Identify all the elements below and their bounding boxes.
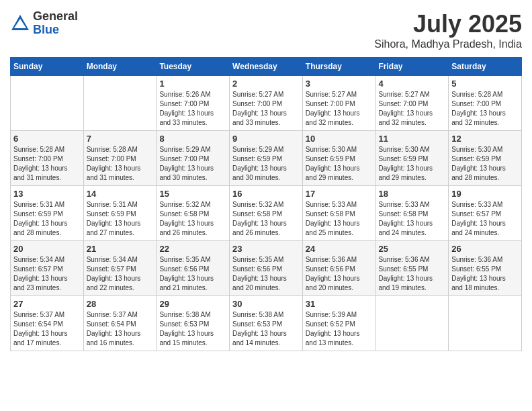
table-row: 5 Sunrise: 5:28 AMSunset: 7:00 PMDayligh…: [449, 76, 522, 131]
day-number: 24: [306, 244, 373, 254]
header-sunday: Sunday: [11, 58, 84, 76]
calendar-week-row: 1 Sunrise: 5:26 AMSunset: 7:00 PMDayligh…: [11, 76, 522, 131]
day-info: Sunrise: 5:35 AMSunset: 6:56 PMDaylight:…: [232, 255, 300, 293]
header-saturday: Saturday: [449, 58, 522, 76]
day-info: Sunrise: 5:39 AMSunset: 6:52 PMDaylight:…: [306, 310, 373, 348]
month-year-title: July 2025: [374, 10, 522, 38]
day-number: 5: [451, 79, 519, 89]
day-info: Sunrise: 5:31 AMSunset: 6:59 PMDaylight:…: [87, 200, 154, 238]
day-number: 8: [159, 134, 226, 144]
day-number: 13: [13, 189, 81, 199]
calendar-week-row: 13 Sunrise: 5:31 AMSunset: 6:59 PMDaylig…: [11, 186, 522, 241]
table-row: 22 Sunrise: 5:35 AMSunset: 6:56 PMDaylig…: [157, 241, 230, 296]
day-number: 21: [87, 244, 154, 254]
table-row: 9 Sunrise: 5:29 AMSunset: 6:59 PMDayligh…: [230, 131, 303, 186]
day-number: 4: [379, 79, 446, 89]
day-info: Sunrise: 5:30 AMSunset: 6:59 PMDaylight:…: [451, 145, 519, 183]
day-info: Sunrise: 5:27 AMSunset: 7:00 PMDaylight:…: [306, 90, 373, 128]
header-tuesday: Tuesday: [157, 58, 230, 76]
day-number: 27: [13, 299, 81, 309]
day-info: Sunrise: 5:33 AMSunset: 6:57 PMDaylight:…: [451, 200, 519, 238]
table-row: 4 Sunrise: 5:27 AMSunset: 7:00 PMDayligh…: [375, 76, 449, 131]
table-row: 27 Sunrise: 5:37 AMSunset: 6:54 PMDaylig…: [11, 296, 84, 351]
header-monday: Monday: [83, 58, 157, 76]
table-row: 24 Sunrise: 5:36 AMSunset: 6:56 PMDaylig…: [302, 241, 375, 296]
day-number: 15: [159, 189, 226, 199]
day-info: Sunrise: 5:33 AMSunset: 6:58 PMDaylight:…: [379, 200, 446, 238]
logo-general-text: General: [33, 10, 78, 24]
day-number: 30: [232, 299, 300, 309]
day-number: 19: [451, 189, 519, 199]
day-number: 28: [87, 299, 154, 309]
table-row: 2 Sunrise: 5:27 AMSunset: 7:00 PMDayligh…: [230, 76, 303, 131]
header-thursday: Thursday: [302, 58, 375, 76]
day-info: Sunrise: 5:32 AMSunset: 6:58 PMDaylight:…: [232, 200, 300, 238]
table-row: 18 Sunrise: 5:33 AMSunset: 6:58 PMDaylig…: [375, 186, 449, 241]
day-number: 10: [306, 134, 373, 144]
day-number: 11: [379, 134, 446, 144]
table-row: 28 Sunrise: 5:37 AMSunset: 6:54 PMDaylig…: [83, 296, 157, 351]
day-info: Sunrise: 5:36 AMSunset: 6:55 PMDaylight:…: [379, 255, 446, 293]
table-row: [449, 296, 522, 351]
table-row: 19 Sunrise: 5:33 AMSunset: 6:57 PMDaylig…: [449, 186, 522, 241]
day-info: Sunrise: 5:38 AMSunset: 6:53 PMDaylight:…: [159, 310, 226, 348]
day-info: Sunrise: 5:30 AMSunset: 6:59 PMDaylight:…: [306, 145, 373, 183]
table-row: 21 Sunrise: 5:34 AMSunset: 6:57 PMDaylig…: [83, 241, 157, 296]
day-number: 17: [306, 189, 373, 199]
day-number: 22: [159, 244, 226, 254]
table-row: 26 Sunrise: 5:36 AMSunset: 6:55 PMDaylig…: [449, 241, 522, 296]
calendar-header-row: Sunday Monday Tuesday Wednesday Thursday…: [11, 58, 522, 76]
day-number: 20: [13, 244, 81, 254]
table-row: 17 Sunrise: 5:33 AMSunset: 6:58 PMDaylig…: [302, 186, 375, 241]
calendar-table: Sunday Monday Tuesday Wednesday Thursday…: [10, 57, 522, 351]
table-row: 29 Sunrise: 5:38 AMSunset: 6:53 PMDaylig…: [157, 296, 230, 351]
day-number: 18: [379, 189, 446, 199]
day-info: Sunrise: 5:30 AMSunset: 6:59 PMDaylight:…: [379, 145, 446, 183]
day-info: Sunrise: 5:34 AMSunset: 6:57 PMDaylight:…: [87, 255, 154, 293]
table-row: 8 Sunrise: 5:29 AMSunset: 7:00 PMDayligh…: [157, 131, 230, 186]
table-row: 13 Sunrise: 5:31 AMSunset: 6:59 PMDaylig…: [11, 186, 84, 241]
day-info: Sunrise: 5:32 AMSunset: 6:58 PMDaylight:…: [159, 200, 226, 238]
table-row: 20 Sunrise: 5:34 AMSunset: 6:57 PMDaylig…: [11, 241, 84, 296]
day-info: Sunrise: 5:36 AMSunset: 6:56 PMDaylight:…: [306, 255, 373, 293]
table-row: 1 Sunrise: 5:26 AMSunset: 7:00 PMDayligh…: [157, 76, 230, 131]
table-row: 31 Sunrise: 5:39 AMSunset: 6:52 PMDaylig…: [302, 296, 375, 351]
day-info: Sunrise: 5:28 AMSunset: 7:00 PMDaylight:…: [87, 145, 154, 183]
table-row: 30 Sunrise: 5:38 AMSunset: 6:53 PMDaylig…: [230, 296, 303, 351]
day-info: Sunrise: 5:27 AMSunset: 7:00 PMDaylight:…: [232, 90, 300, 128]
day-number: 7: [87, 134, 154, 144]
day-info: Sunrise: 5:31 AMSunset: 6:59 PMDaylight:…: [13, 200, 81, 238]
day-number: 26: [451, 244, 519, 254]
table-row: 15 Sunrise: 5:32 AMSunset: 6:58 PMDaylig…: [157, 186, 230, 241]
page-header: General Blue July 2025 Sihora, Madhya Pr…: [10, 10, 522, 50]
day-number: 29: [159, 299, 226, 309]
day-number: 12: [451, 134, 519, 144]
title-section: July 2025 Sihora, Madhya Pradesh, India: [374, 10, 522, 50]
table-row: 7 Sunrise: 5:28 AMSunset: 7:00 PMDayligh…: [83, 131, 157, 186]
table-row: 6 Sunrise: 5:28 AMSunset: 7:00 PMDayligh…: [11, 131, 84, 186]
calendar-week-row: 20 Sunrise: 5:34 AMSunset: 6:57 PMDaylig…: [11, 241, 522, 296]
table-row: 10 Sunrise: 5:30 AMSunset: 6:59 PMDaylig…: [302, 131, 375, 186]
day-info: Sunrise: 5:37 AMSunset: 6:54 PMDaylight:…: [87, 310, 154, 348]
calendar-week-row: 6 Sunrise: 5:28 AMSunset: 7:00 PMDayligh…: [11, 131, 522, 186]
day-info: Sunrise: 5:34 AMSunset: 6:57 PMDaylight:…: [13, 255, 81, 293]
table-row: 3 Sunrise: 5:27 AMSunset: 7:00 PMDayligh…: [302, 76, 375, 131]
table-row: 12 Sunrise: 5:30 AMSunset: 6:59 PMDaylig…: [449, 131, 522, 186]
day-info: Sunrise: 5:29 AMSunset: 7:00 PMDaylight:…: [159, 145, 226, 183]
day-info: Sunrise: 5:35 AMSunset: 6:56 PMDaylight:…: [159, 255, 226, 293]
day-info: Sunrise: 5:38 AMSunset: 6:53 PMDaylight:…: [232, 310, 300, 348]
day-number: 1: [159, 79, 226, 89]
day-info: Sunrise: 5:37 AMSunset: 6:54 PMDaylight:…: [13, 310, 81, 348]
table-row: [375, 296, 449, 351]
day-info: Sunrise: 5:36 AMSunset: 6:55 PMDaylight:…: [451, 255, 519, 293]
table-row: 11 Sunrise: 5:30 AMSunset: 6:59 PMDaylig…: [375, 131, 449, 186]
header-friday: Friday: [375, 58, 449, 76]
table-row: 16 Sunrise: 5:32 AMSunset: 6:58 PMDaylig…: [230, 186, 303, 241]
day-number: 31: [306, 299, 373, 309]
day-info: Sunrise: 5:26 AMSunset: 7:00 PMDaylight:…: [159, 90, 226, 128]
logo: General Blue: [10, 10, 78, 37]
header-wednesday: Wednesday: [230, 58, 303, 76]
day-info: Sunrise: 5:28 AMSunset: 7:00 PMDaylight:…: [13, 145, 81, 183]
day-number: 14: [87, 189, 154, 199]
logo-blue-text: Blue: [33, 24, 78, 37]
